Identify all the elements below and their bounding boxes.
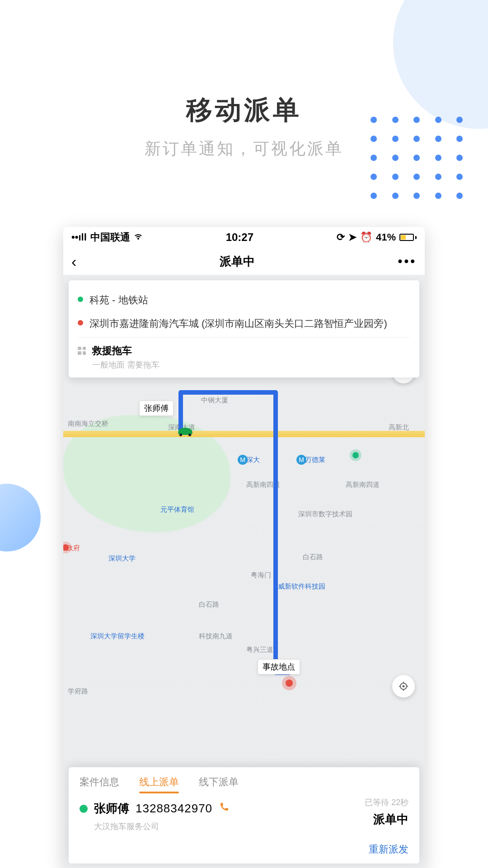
phone-icon [219,802,230,812]
battery-pct: 41% [376,231,396,243]
status-bar: ••ıll 中国联通 10:27 ⟳ ➤ ⏰ 41% [63,227,425,248]
tab-online-dispatch[interactable]: 线上派单 [139,775,179,789]
nav-title: 派单中 [220,254,255,269]
tab-case-info[interactable]: 案件信息 [80,775,119,789]
accident-marker-icon [286,679,293,687]
decor-circle-left [0,484,41,552]
more-button[interactable]: ••• [398,254,417,269]
driver-company: 大汉拖车服务公司 [94,821,408,832]
trip-info-card: 科苑 - 地铁站 深圳市嘉进隆前海汽车城 (深圳市南山区南头关口二路智恒产业园旁… [69,280,419,377]
driver-name: 张师傅 [94,801,129,816]
map-view[interactable]: 科研路 科技中二路 科技北二路 科发路 南南海立交桥 深南大道 深大 万德莱 高… [63,275,425,868]
driver-row: 张师傅 13288342970 [80,801,408,816]
service-title: 救援拖车 [92,344,160,358]
location-icon: ➤ [348,231,357,243]
accident-marker-label: 事故地点 [258,659,300,675]
hero-title: 移动派单 [0,93,488,128]
svg-point-0 [179,434,182,436]
locate-icon [398,681,409,692]
hero-subtitle: 新订单通知，可视化派单 [0,138,488,160]
dispatch-panel: 案件信息 线上派单 线下派单 张师傅 13288342970 大汉拖车服务公司 … [69,767,419,863]
destination-text: 深圳市嘉进隆前海汽车城 (深圳市南山区南头关口二路智恒产业园旁) [89,316,387,331]
battery-icon [399,234,417,241]
svg-point-3 [403,685,405,688]
alarm-icon: ⏰ [360,231,372,243]
driver-status-icon [80,805,88,813]
signal-icon: ••ıll [71,231,87,243]
tab-offline-dispatch[interactable]: 线下派单 [199,775,239,789]
dispatch-tabs: 案件信息 线上派单 线下派单 [69,767,419,789]
map-locate-button[interactable] [392,675,415,698]
grid-icon [78,347,86,355]
back-button[interactable]: ‹ [71,253,76,270]
nav-bar: ‹ 派单中 ••• [63,248,425,275]
car-icon [175,424,195,439]
phone-frame: ••ıll 中国联通 10:27 ⟳ ➤ ⏰ 41% ‹ 派单中 ••• 科研路… [63,227,425,868]
driver-phone: 13288342970 [136,802,212,816]
destination-dot-icon [78,320,83,326]
origin-text: 科苑 - 地铁站 [89,293,148,307]
origin-row: 科苑 - 地铁站 [78,288,410,312]
service-subtitle: 一般地面 需要拖车 [92,359,160,370]
rotation-lock-icon: ⟳ [337,231,345,243]
wifi-icon [134,231,143,243]
service-row: 救援拖车 一般地面 需要拖车 [78,337,410,370]
carrier-label: 中国联通 [90,231,130,244]
call-button[interactable] [219,802,230,816]
wait-time-label: 已等待 22秒 [365,797,408,808]
destination-row: 深圳市嘉进隆前海汽车城 (深圳市南山区南头关口二路智恒产业园旁) [78,312,410,335]
dispatch-state: 派单中 [365,811,408,827]
retry-dispatch-link[interactable]: 重新派发 [69,835,419,858]
origin-dot-icon [78,297,83,302]
driver-marker-label: 张师傅 [139,401,174,416]
clock-label: 10:27 [226,231,253,244]
svg-point-1 [188,434,191,436]
